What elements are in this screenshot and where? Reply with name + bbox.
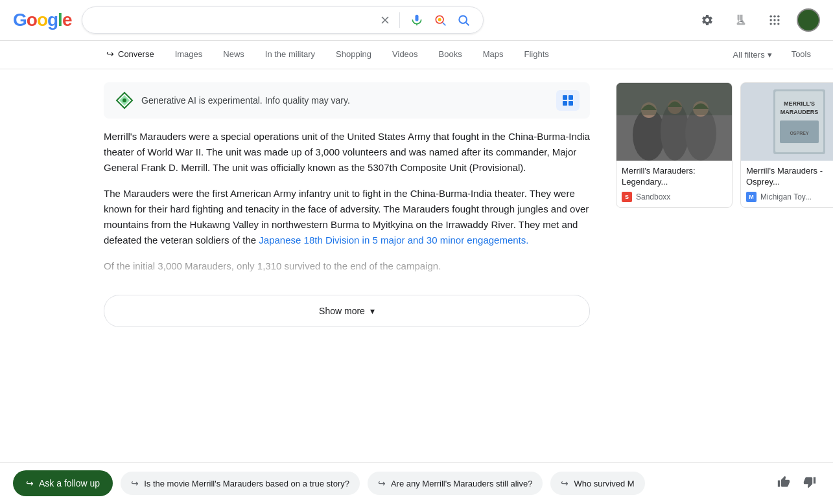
svg-point-12 <box>777 19 779 21</box>
svg-line-3 <box>443 23 446 26</box>
tab-images[interactable]: Images <box>166 41 212 69</box>
svg-text:MARAUDERS: MARAUDERS <box>780 109 819 115</box>
svg-rect-21 <box>563 101 567 106</box>
tab-news[interactable]: News <box>214 41 253 69</box>
google-logo: Google <box>13 10 71 30</box>
apps-button[interactable] <box>763 8 786 32</box>
source-favicon-0: S <box>622 192 632 202</box>
gear-icon <box>701 14 714 27</box>
image-thumb-1: MERRILL'S MARAUDERS OSPREY <box>741 83 833 161</box>
flask-icon <box>734 14 747 27</box>
ai-body: Merrill's Marauders were a special opera… <box>104 129 590 284</box>
svg-point-13 <box>770 23 772 25</box>
svg-rect-22 <box>569 101 573 106</box>
svg-text:OSPREY: OSPREY <box>790 131 809 135</box>
clear-button[interactable] <box>379 14 392 27</box>
converse-arrow-icon: ↪ <box>106 49 114 59</box>
svg-rect-20 <box>569 95 573 100</box>
tab-converse[interactable]: ↪ Converse <box>97 41 163 69</box>
avatar[interactable] <box>797 8 820 32</box>
ai-label: Generative AI is experimental. Info qual… <box>141 95 350 106</box>
image-card-1[interactable]: MERRILL'S MARAUDERS OSPREY Merrill's Mar… <box>740 82 833 208</box>
tabs-right: All filters ▾ Tools <box>728 41 820 69</box>
image-source-1: M Michigan Toy... <box>746 192 833 202</box>
voice-search-button[interactable] <box>408 14 426 27</box>
ai-paragraph-faded: Of the initial 3,000 Marauders, only 1,3… <box>104 258 590 284</box>
tab-tools[interactable]: Tools <box>782 41 820 69</box>
image-card-body-0: Merrill's Marauders: Legendary... S Sand… <box>616 161 732 207</box>
gemini-icon <box>114 90 135 111</box>
source-favicon-1: M <box>746 192 757 202</box>
images-row: Merrill's Marauders: Legendary... S Sand… <box>616 82 833 208</box>
svg-rect-30 <box>616 83 733 115</box>
tab-maps[interactable]: Maps <box>474 41 513 69</box>
svg-point-9 <box>777 16 779 17</box>
search-bar-container: who were merrill's marauders <box>82 6 484 34</box>
search-icon <box>457 14 470 27</box>
image-title-1: Merrill's Marauders - Osprey... <box>746 166 833 188</box>
ai-paragraph-1: Merrill's Marauders were a special opera… <box>104 129 590 176</box>
svg-rect-19 <box>563 95 567 100</box>
svg-point-15 <box>777 23 779 25</box>
main-content: Generative AI is experimental. Info qual… <box>0 69 833 350</box>
microphone-icon <box>410 14 423 27</box>
svg-point-7 <box>770 16 772 17</box>
lens-icon <box>434 14 447 27</box>
tabs-nav: ↪ Converse Images News In the military S… <box>0 41 833 69</box>
svg-point-8 <box>773 16 775 17</box>
all-filters-button[interactable]: All filters ▾ <box>728 45 777 65</box>
image-source-0: S Sandboxx <box>622 192 727 202</box>
image-title-0: Merrill's Marauders: Legendary... <box>622 166 727 188</box>
search-input[interactable]: who were merrill's marauders <box>93 14 373 26</box>
svg-point-5 <box>460 16 467 23</box>
image-thumb-0 <box>616 83 733 161</box>
labs-button[interactable] <box>729 8 753 32</box>
ai-layout-button[interactable] <box>556 90 580 111</box>
header: Google who were merrill's marauders <box>0 0 833 41</box>
apps-icon <box>768 14 781 27</box>
chevron-down-icon: ▾ <box>768 50 772 60</box>
tab-shopping[interactable]: Shopping <box>327 41 381 69</box>
tab-videos[interactable]: Videos <box>383 41 427 69</box>
layout-icon <box>561 94 574 107</box>
image-card-body-1: Merrill's Marauders - Osprey... M Michig… <box>741 161 833 207</box>
svg-point-11 <box>773 19 775 21</box>
svg-point-14 <box>773 23 775 25</box>
svg-point-18 <box>123 98 126 102</box>
header-right <box>696 8 820 32</box>
japanese-division-link[interactable]: Japanese 18th Division in 5 major and 30… <box>259 235 528 246</box>
tab-books[interactable]: Books <box>430 41 471 69</box>
svg-point-4 <box>438 18 441 21</box>
fade-overlay <box>104 258 590 284</box>
chevron-down-icon: ▾ <box>370 306 375 316</box>
tab-flights[interactable]: Flights <box>515 41 558 69</box>
image-card-0[interactable]: Merrill's Marauders: Legendary... S Sand… <box>616 82 733 208</box>
svg-text:MERRILL'S: MERRILL'S <box>784 100 815 107</box>
settings-button[interactable] <box>696 8 719 32</box>
search-bar: who were merrill's marauders <box>82 6 484 34</box>
svg-line-6 <box>466 23 469 26</box>
divider <box>399 12 400 28</box>
clear-icon <box>379 14 392 27</box>
images-panel: Merrill's Marauders: Legendary... S Sand… <box>616 82 833 338</box>
show-more-button[interactable]: Show more ▾ <box>104 295 590 327</box>
ai-paragraph-2: The Marauders were the first American Ar… <box>104 186 590 248</box>
tab-in-the-military[interactable]: In the military <box>256 41 324 69</box>
image-search-button[interactable] <box>431 14 449 27</box>
ai-header-left: Generative AI is experimental. Info qual… <box>114 90 350 111</box>
svg-point-10 <box>770 19 772 21</box>
ai-header: Generative AI is experimental. Info qual… <box>104 82 590 119</box>
ai-answer-section: Generative AI is experimental. Info qual… <box>104 82 590 338</box>
search-button[interactable] <box>454 14 473 27</box>
